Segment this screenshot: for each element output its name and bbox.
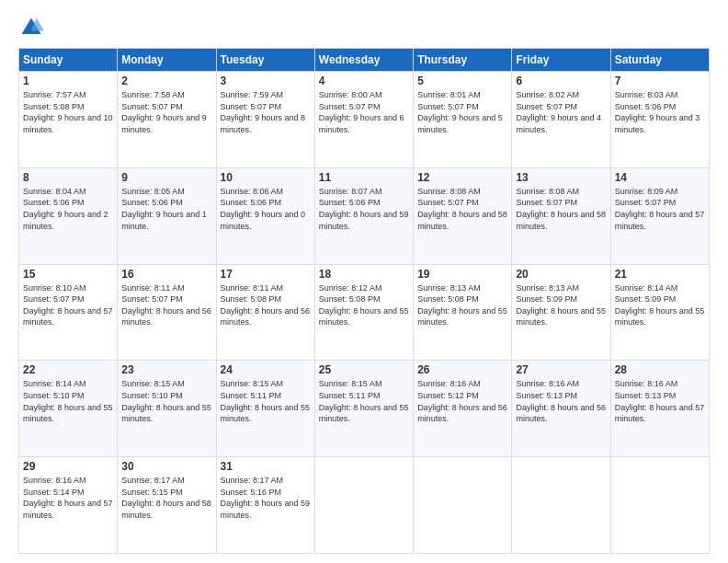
sunset-label: Sunset: 5:12 PM xyxy=(417,391,479,400)
calendar-week-3: 15 Sunrise: 8:10 AM Sunset: 5:07 PM Dayl… xyxy=(19,264,710,361)
sunrise-label: Sunrise: 7:57 AM xyxy=(23,90,86,99)
day-info: Sunrise: 8:15 AM Sunset: 5:11 PM Dayligh… xyxy=(319,378,409,424)
sunset-label: Sunset: 5:13 PM xyxy=(516,391,577,400)
sunset-label: Sunset: 5:11 PM xyxy=(319,391,381,400)
day-number: 25 xyxy=(319,363,409,376)
weekday-header-monday: Monday xyxy=(118,49,216,72)
sunrise-label: Sunrise: 8:14 AM xyxy=(615,283,678,293)
day-info: Sunrise: 7:58 AM Sunset: 5:07 PM Dayligh… xyxy=(121,89,211,135)
day-info: Sunrise: 8:05 AM Sunset: 5:06 PM Dayligh… xyxy=(121,186,211,232)
weekday-header-row: SundayMondayTuesdayWednesdayThursdayFrid… xyxy=(19,49,710,72)
daylight-label: Daylight: 9 hours and 6 minutes. xyxy=(319,113,404,134)
daylight-label: Daylight: 8 hours and 59 minutes. xyxy=(221,499,311,520)
day-number: 31 xyxy=(221,460,311,473)
daylight-label: Daylight: 8 hours and 58 minutes. xyxy=(121,499,211,520)
daylight-label: Daylight: 8 hours and 55 minutes. xyxy=(23,403,113,424)
calendar-body: 1 Sunrise: 7:57 AM Sunset: 5:08 PM Dayli… xyxy=(19,72,710,554)
day-number: 21 xyxy=(615,268,705,281)
day-number: 23 xyxy=(121,363,211,376)
sunrise-label: Sunrise: 8:16 AM xyxy=(23,476,86,485)
day-number: 10 xyxy=(221,171,311,184)
calendar-cell: 3 Sunrise: 7:59 AM Sunset: 5:07 PM Dayli… xyxy=(216,72,314,168)
calendar-cell: 24 Sunrise: 8:15 AM Sunset: 5:11 PM Dayl… xyxy=(216,361,314,457)
day-info: Sunrise: 8:15 AM Sunset: 5:10 PM Dayligh… xyxy=(121,378,211,424)
header xyxy=(18,15,710,40)
daylight-label: Daylight: 8 hours and 57 minutes. xyxy=(615,210,705,231)
day-number: 30 xyxy=(121,460,211,473)
daylight-label: Daylight: 9 hours and 1 minute. xyxy=(121,210,207,231)
calendar-cell: 14 Sunrise: 8:09 AM Sunset: 5:07 PM Dayl… xyxy=(610,167,709,264)
day-info: Sunrise: 8:07 AM Sunset: 5:06 PM Dayligh… xyxy=(319,186,409,232)
logo xyxy=(18,15,48,40)
day-info: Sunrise: 8:16 AM Sunset: 5:12 PM Dayligh… xyxy=(417,378,507,424)
calendar-cell: 8 Sunrise: 8:04 AM Sunset: 5:06 PM Dayli… xyxy=(19,167,118,264)
sunset-label: Sunset: 5:07 PM xyxy=(615,198,677,207)
day-info: Sunrise: 8:13 AM Sunset: 5:08 PM Dayligh… xyxy=(417,282,507,328)
daylight-label: Daylight: 8 hours and 57 minutes. xyxy=(23,499,113,520)
day-info: Sunrise: 8:10 AM Sunset: 5:07 PM Dayligh… xyxy=(23,282,113,328)
day-info: Sunrise: 7:59 AM Sunset: 5:07 PM Dayligh… xyxy=(221,89,311,135)
sunset-label: Sunset: 5:10 PM xyxy=(23,391,85,400)
day-number: 6 xyxy=(516,75,606,87)
calendar-cell: 26 Sunrise: 8:16 AM Sunset: 5:12 PM Dayl… xyxy=(414,361,512,457)
day-info: Sunrise: 8:14 AM Sunset: 5:09 PM Dayligh… xyxy=(615,282,705,328)
day-number: 14 xyxy=(615,171,705,184)
weekday-header-friday: Friday xyxy=(512,49,610,72)
daylight-label: Daylight: 8 hours and 57 minutes. xyxy=(23,306,113,327)
sunrise-label: Sunrise: 8:17 AM xyxy=(121,476,185,485)
calendar-cell: 17 Sunrise: 8:11 AM Sunset: 5:08 PM Dayl… xyxy=(216,264,314,361)
calendar-cell xyxy=(414,457,512,554)
day-info: Sunrise: 8:02 AM Sunset: 5:07 PM Dayligh… xyxy=(516,89,606,135)
calendar-cell: 31 Sunrise: 8:17 AM Sunset: 5:16 PM Dayl… xyxy=(216,457,314,554)
day-number: 3 xyxy=(221,75,311,87)
daylight-label: Daylight: 8 hours and 55 minutes. xyxy=(221,403,311,424)
sunrise-label: Sunrise: 8:17 AM xyxy=(221,476,284,485)
sunrise-label: Sunrise: 8:11 AM xyxy=(221,283,284,293)
sunset-label: Sunset: 5:07 PM xyxy=(121,294,183,304)
daylight-label: Daylight: 9 hours and 4 minutes. xyxy=(516,113,601,134)
sunrise-label: Sunrise: 8:15 AM xyxy=(221,379,284,388)
weekday-header-wednesday: Wednesday xyxy=(314,49,413,72)
sunrise-label: Sunrise: 8:03 AM xyxy=(615,90,678,99)
sunset-label: Sunset: 5:06 PM xyxy=(121,198,183,207)
sunrise-label: Sunrise: 8:11 AM xyxy=(121,283,185,293)
calendar-cell: 9 Sunrise: 8:05 AM Sunset: 5:06 PM Dayli… xyxy=(118,167,216,264)
sunrise-label: Sunrise: 8:12 AM xyxy=(319,283,382,293)
sunset-label: Sunset: 5:15 PM xyxy=(121,488,183,497)
day-info: Sunrise: 8:08 AM Sunset: 5:07 PM Dayligh… xyxy=(516,186,606,232)
day-info: Sunrise: 8:13 AM Sunset: 5:09 PM Dayligh… xyxy=(516,282,606,328)
calendar-cell: 20 Sunrise: 8:13 AM Sunset: 5:09 PM Dayl… xyxy=(512,264,610,361)
sunrise-label: Sunrise: 8:15 AM xyxy=(121,379,185,388)
day-number: 1 xyxy=(23,75,113,87)
daylight-label: Daylight: 8 hours and 56 minutes. xyxy=(417,403,507,424)
calendar-cell: 13 Sunrise: 8:08 AM Sunset: 5:07 PM Dayl… xyxy=(512,167,610,264)
sunset-label: Sunset: 5:08 PM xyxy=(417,294,479,304)
sunset-label: Sunset: 5:08 PM xyxy=(23,102,85,111)
calendar-cell: 11 Sunrise: 8:07 AM Sunset: 5:06 PM Dayl… xyxy=(314,167,413,264)
calendar-cell: 27 Sunrise: 8:16 AM Sunset: 5:13 PM Dayl… xyxy=(512,361,610,457)
calendar-cell: 12 Sunrise: 8:08 AM Sunset: 5:07 PM Dayl… xyxy=(414,167,512,264)
day-number: 26 xyxy=(417,363,507,376)
daylight-label: Daylight: 8 hours and 59 minutes. xyxy=(319,210,409,231)
day-info: Sunrise: 8:17 AM Sunset: 5:15 PM Dayligh… xyxy=(121,475,211,521)
day-info: Sunrise: 8:06 AM Sunset: 5:06 PM Dayligh… xyxy=(221,186,311,232)
day-info: Sunrise: 8:11 AM Sunset: 5:07 PM Dayligh… xyxy=(121,282,211,328)
calendar-week-5: 29 Sunrise: 8:16 AM Sunset: 5:14 PM Dayl… xyxy=(19,457,710,554)
calendar-cell: 18 Sunrise: 8:12 AM Sunset: 5:08 PM Dayl… xyxy=(314,264,413,361)
sunset-label: Sunset: 5:07 PM xyxy=(417,198,479,207)
day-info: Sunrise: 8:17 AM Sunset: 5:16 PM Dayligh… xyxy=(221,475,311,521)
day-number: 19 xyxy=(417,268,507,281)
day-number: 9 xyxy=(121,171,211,184)
sunrise-label: Sunrise: 8:16 AM xyxy=(417,379,481,388)
calendar-cell: 29 Sunrise: 8:16 AM Sunset: 5:14 PM Dayl… xyxy=(19,457,118,554)
calendar-cell: 2 Sunrise: 7:58 AM Sunset: 5:07 PM Dayli… xyxy=(118,72,216,168)
day-info: Sunrise: 8:16 AM Sunset: 5:14 PM Dayligh… xyxy=(23,475,113,521)
sunrise-label: Sunrise: 7:59 AM xyxy=(221,90,284,99)
sunrise-label: Sunrise: 8:15 AM xyxy=(319,379,382,388)
day-info: Sunrise: 8:04 AM Sunset: 5:06 PM Dayligh… xyxy=(23,186,113,232)
sunset-label: Sunset: 5:13 PM xyxy=(615,391,677,400)
daylight-label: Daylight: 9 hours and 3 minutes. xyxy=(615,113,700,134)
sunset-label: Sunset: 5:14 PM xyxy=(23,488,85,497)
sunset-label: Sunset: 5:06 PM xyxy=(319,198,381,207)
sunset-label: Sunset: 5:16 PM xyxy=(221,488,282,497)
